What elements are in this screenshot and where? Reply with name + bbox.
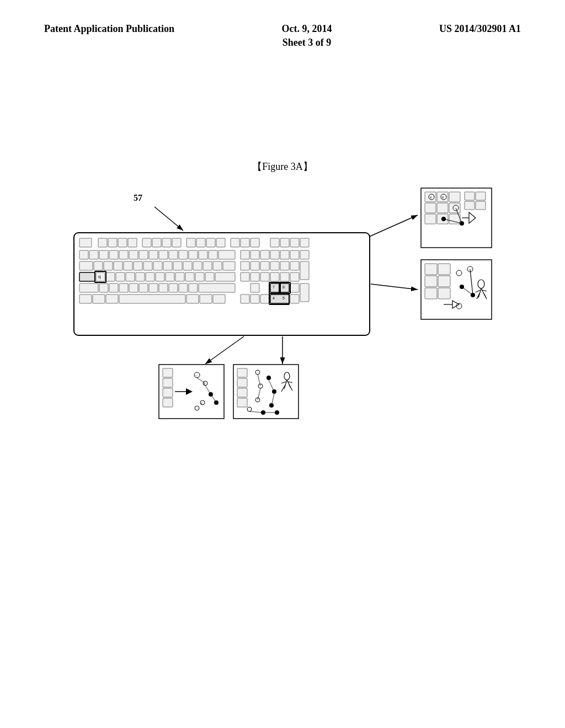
- svg-rect-8: [79, 238, 92, 247]
- svg-rect-71: [300, 261, 309, 280]
- svg-rect-96: [129, 283, 138, 292]
- svg-rect-46: [270, 250, 279, 259]
- svg-rect-45: [260, 250, 269, 259]
- svg-rect-75: [116, 272, 125, 281]
- svg-rect-26: [290, 238, 299, 247]
- svg-rect-106: [280, 283, 289, 292]
- svg-rect-72: [79, 272, 95, 281]
- svg-rect-77: [136, 272, 145, 281]
- svg-line-2: [154, 207, 183, 231]
- svg-rect-59: [173, 261, 182, 270]
- svg-rect-36: [159, 250, 168, 259]
- svg-rect-17: [186, 238, 195, 247]
- svg-rect-74: [106, 272, 115, 281]
- svg-rect-107: [290, 283, 299, 292]
- svg-rect-21: [231, 238, 239, 247]
- svg-rect-117: [250, 295, 259, 303]
- svg-rect-114: [200, 295, 212, 303]
- svg-text:x: x: [430, 195, 432, 199]
- svg-rect-29: [89, 250, 98, 259]
- svg-rect-198: [237, 368, 247, 377]
- svg-line-5: [205, 336, 244, 364]
- svg-rect-85: [215, 272, 235, 281]
- svg-rect-161: [438, 288, 450, 299]
- svg-rect-199: [237, 378, 247, 387]
- svg-rect-118: [260, 295, 269, 303]
- svg-rect-154: [476, 201, 486, 210]
- svg-line-4: [371, 284, 418, 290]
- svg-rect-98: [149, 283, 158, 292]
- svg-rect-108: [300, 283, 309, 302]
- svg-rect-24: [270, 238, 279, 247]
- svg-point-193: [195, 406, 199, 410]
- svg-rect-56: [143, 261, 152, 270]
- svg-rect-20: [216, 238, 225, 247]
- svg-rect-80: [166, 272, 174, 281]
- svg-rect-101: [179, 283, 188, 292]
- svg-rect-49: [300, 250, 309, 259]
- svg-rect-151: [465, 192, 475, 200]
- keyboard-diagram: q 7 8 4 5: [73, 232, 371, 336]
- svg-rect-100: [169, 283, 178, 292]
- svg-rect-63: [213, 261, 222, 270]
- svg-rect-37: [169, 250, 178, 259]
- publication-title: Patent Application Publication: [44, 22, 174, 36]
- svg-rect-51: [94, 261, 103, 270]
- svg-rect-158: [425, 276, 437, 287]
- svg-rect-102: [189, 283, 198, 292]
- svg-rect-61: [193, 261, 202, 270]
- svg-rect-109: [79, 295, 92, 303]
- svg-rect-53: [114, 261, 122, 270]
- svg-text:8: 8: [282, 285, 285, 289]
- svg-rect-160: [425, 288, 437, 299]
- svg-rect-55: [134, 261, 142, 270]
- svg-rect-89: [270, 272, 279, 281]
- svg-rect-22: [241, 238, 249, 247]
- svg-rect-181: [163, 388, 173, 397]
- svg-rect-64: [223, 261, 235, 270]
- svg-point-202: [255, 370, 260, 374]
- svg-rect-97: [139, 283, 148, 292]
- svg-rect-47: [280, 250, 289, 259]
- svg-rect-16: [172, 238, 181, 247]
- svg-rect-90: [280, 272, 289, 281]
- svg-rect-179: [163, 368, 173, 377]
- svg-rect-10: [108, 238, 117, 247]
- svg-rect-116: [241, 295, 249, 303]
- svg-rect-11: [118, 238, 127, 247]
- inset-top-right: x x: [420, 188, 492, 248]
- reference-number-57: 57: [134, 193, 142, 203]
- svg-rect-13: [142, 238, 151, 247]
- svg-rect-137: [425, 214, 436, 224]
- svg-rect-68: [270, 261, 279, 270]
- svg-rect-42: [218, 250, 235, 259]
- svg-rect-54: [124, 261, 132, 270]
- svg-rect-52: [104, 261, 113, 270]
- svg-rect-18: [196, 238, 205, 247]
- svg-rect-70: [290, 261, 299, 270]
- svg-rect-33: [129, 250, 138, 259]
- svg-rect-76: [126, 272, 135, 281]
- svg-rect-48: [290, 250, 299, 259]
- svg-point-219: [247, 407, 252, 411]
- svg-rect-99: [159, 283, 168, 292]
- svg-rect-58: [163, 261, 172, 270]
- svg-rect-87: [250, 272, 259, 281]
- svg-rect-134: [425, 203, 436, 213]
- svg-text:7: 7: [273, 285, 275, 289]
- svg-rect-82: [185, 272, 194, 281]
- patent-number: US 2014/302901 A1: [439, 22, 521, 36]
- svg-rect-23: [250, 238, 259, 247]
- svg-rect-31: [109, 250, 118, 259]
- svg-rect-113: [186, 295, 199, 303]
- svg-rect-86: [241, 272, 249, 281]
- svg-rect-88: [260, 272, 269, 281]
- inset-bottom-right: [233, 364, 299, 419]
- svg-rect-78: [146, 272, 154, 281]
- svg-rect-25: [280, 238, 289, 247]
- svg-rect-65: [241, 261, 249, 270]
- svg-rect-110: [93, 295, 105, 303]
- svg-text:q: q: [98, 274, 100, 279]
- page-header: Patent Application Publication Oct. 9, 2…: [0, 22, 565, 50]
- svg-rect-115: [213, 295, 225, 303]
